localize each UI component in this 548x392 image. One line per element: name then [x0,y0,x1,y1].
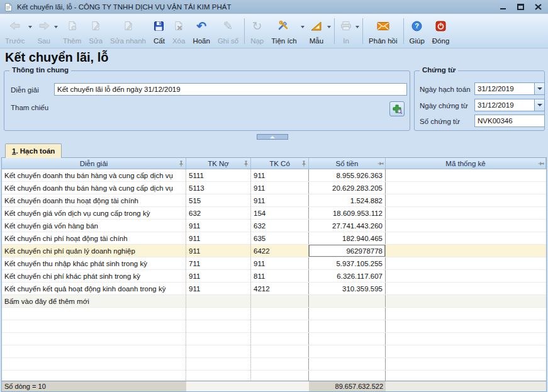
maximize-icon[interactable] [517,3,524,11]
printer-icon [340,18,352,33]
empty-row [2,371,546,381]
toolbar-button-nap[interactable]: ↻ Nạp [247,15,267,47]
add-page-icon [67,18,77,33]
toolbar-button-tien-ich[interactable]: Tiện ích [267,15,300,47]
posting-date-combo[interactable]: 31/12/2019 [474,82,545,95]
add-magnifier-icon [392,104,403,115]
description-label: Diễn giải [11,86,39,94]
mau-dropdown-caret[interactable] [327,15,332,47]
toolbar-button-hoan[interactable]: ↶ Hoãn [189,15,214,47]
toolbar-separator [403,18,404,44]
voucher-date-dropdown-icon[interactable] [534,99,544,111]
back-dropdown-caret[interactable] [28,15,33,47]
toolbar-button-truoc[interactable]: Trước [1,15,28,47]
table-footer: Số dòng = 10 89.657.632.522 [2,381,546,391]
edit-page-icon [91,18,101,33]
undo-icon: ↶ [196,18,206,33]
table-row[interactable]: Kết chuyển doanh thu bán hàng và cung cấ… [2,169,546,182]
forward-dropdown-caret[interactable] [54,15,59,47]
empty-row [2,333,546,345]
envelope-icon [377,18,389,33]
table-row[interactable]: Kết chuyển thu nhập khác phát sinh trong… [2,257,546,270]
table-body: Kết chuyển doanh thu bán hàng và cung cấ… [2,169,546,381]
delete-page-icon [174,18,184,33]
refresh-icon: ↻ [252,18,262,33]
table-row[interactable]: Kết chuyển kết quả hoạt động kinh doanh … [2,283,546,295]
toolbar-button-sua-nhanh[interactable]: Sửa nhanh [106,15,150,47]
tab-hach-toan[interactable]: 1. Hạch toán [5,143,62,158]
toolbar-button-sua[interactable]: Sửa [85,15,106,47]
general-info-groupbox: Thông tin chung Diễn giải Kết chuyển lãi… [4,70,410,131]
set-square-icon [310,18,322,33]
empty-row [2,358,546,371]
voucher-groupbox: Chứng từ Ngày hạch toán 31/12/2019 Ngày … [414,70,545,131]
table-header: Diễn giải TK Nợ TK Có Số tiền Mã thống k… [2,158,546,169]
posting-date-dropdown-icon[interactable] [534,83,544,94]
collapse-up-arrow-icon [270,136,275,138]
quick-edit-page-icon [123,18,133,33]
column-header-tk-no[interactable]: TK Nợ [186,158,251,169]
app-document-icon [4,3,13,12]
toolbar-button-in[interactable]: In [337,15,355,47]
toolbar-button-dong[interactable]: Đóng [428,15,454,47]
empty-row [2,320,546,333]
splitter-collapse-handle[interactable] [257,134,288,140]
tien-ich-dropdown-caret[interactable] [301,15,306,47]
voucher-date-combo[interactable]: 31/12/2019 [474,99,545,111]
column-header-so-tien[interactable]: Số tiền [309,158,386,169]
minimize-icon[interactable] [499,3,506,11]
table-row[interactable]: Kết chuyển doanh thu hoạt động tài chính… [2,194,546,207]
forward-icon [38,18,50,33]
help-icon: ? [411,18,422,33]
pin-icon[interactable] [243,160,249,167]
toolbar: Trước Sau Thêm Sửa Sửa nhanh Cất [0,14,548,48]
window-title: Kết chuyển lãi, lỗ - CÔNG TY TNHH DỊCH V… [17,3,499,11]
table-row[interactable]: Kết chuyển doanh thu bán hàng và cung cấ… [2,182,546,194]
empty-row [2,345,546,358]
add-new-row[interactable]: Bấm vào đây để thêm mới [2,295,546,308]
description-input[interactable]: Kết chuyển lãi lỗ đến ngày 31/12/2019 [54,83,407,96]
toolbar-separator [362,18,363,44]
voucher-legend: Chứng từ [420,66,458,74]
toolbar-button-xoa[interactable]: Xóa [169,15,189,47]
titlebar: Kết chuyển lãi, lỗ - CÔNG TY TNHH DỊCH V… [0,0,548,14]
voucher-date-label: Ngày chứng từ [420,102,468,109]
page-title: Kết chuyển lãi, lỗ [5,50,108,65]
toolbar-button-phan-hoi[interactable]: Phản hồi [365,15,401,47]
toolbar-button-them[interactable]: Thêm [59,15,85,47]
pin-icon[interactable] [301,160,306,167]
add-reference-button[interactable] [389,101,405,116]
toolbar-button-mau[interactable]: Mẫu [306,15,327,47]
pin-horizontal-icon[interactable] [377,161,384,166]
toolbar-separator [244,18,245,44]
column-header-tk-co[interactable]: TK Có [251,158,309,169]
table-row[interactable]: Kết chuyển chi phí hoạt động tài chính 9… [2,232,546,245]
voucher-no-input[interactable]: NVK00346 [474,115,545,127]
pencil-icon: ✎ [223,18,233,33]
toolbar-button-sau[interactable]: Sau [33,15,53,47]
table-row[interactable]: Kết chuyển chi phí khác phát sinh trong … [2,270,546,283]
power-icon [435,18,446,33]
close-icon[interactable] [534,3,542,11]
toolbar-button-ghi-so[interactable]: ✎ Ghi sổ [214,15,242,47]
toolbar-separator [334,18,335,44]
pin-icon[interactable] [179,160,184,167]
voucher-no-label: Số chứng từ [420,118,460,125]
toolbar-button-cat[interactable]: Cất [150,15,169,47]
svg-text:?: ? [415,22,419,30]
posting-table: Diễn giải TK Nợ TK Có Số tiền Mã thống k… [1,157,547,392]
row-count: Số dòng = 10 [2,381,186,391]
table-row[interactable]: Kết chuyển giá vốn hàng bán 911 632 27.7… [2,220,546,232]
save-floppy-icon [154,18,164,33]
total-amount: 89.657.632.522 [309,381,386,391]
pin-horizontal-icon[interactable] [538,161,544,166]
table-row[interactable]: Kết chuyển chi phí quản lý doanh nghiệp … [2,245,546,257]
tools-icon [277,18,290,33]
empty-row [2,308,546,320]
in-dropdown-caret[interactable] [355,15,361,47]
column-header-dien-giai[interactable]: Diễn giải [2,158,186,169]
back-icon [9,18,21,33]
toolbar-button-giup[interactable]: ? Giúp [406,15,428,47]
column-header-ma-thong-ke[interactable]: Mã thống kê [386,158,546,169]
table-row[interactable]: Kết chuyển giá vốn dịch vụ cung cấp tron… [2,207,546,220]
